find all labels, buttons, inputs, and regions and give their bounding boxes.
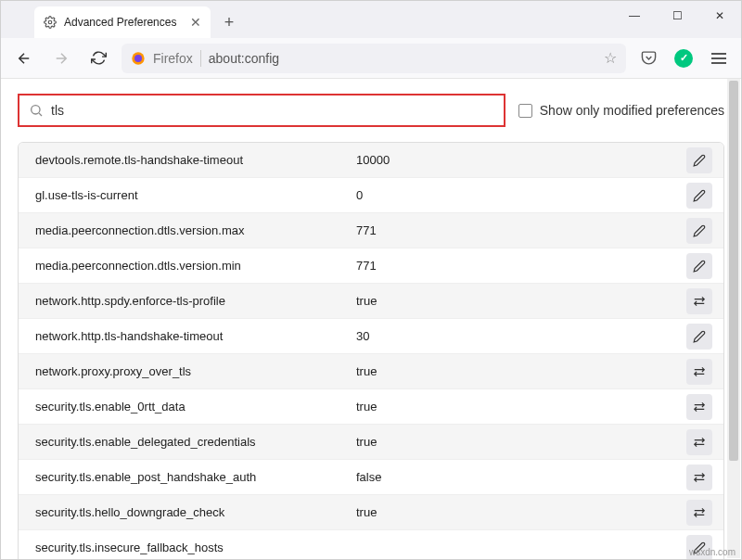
tab-close-icon[interactable]: ✕	[190, 15, 201, 30]
toggle-icon	[693, 365, 706, 378]
toggle-icon	[693, 471, 706, 484]
pref-row[interactable]: security.tls.enable_0rtt_datatrue	[19, 389, 723, 425]
pref-row[interactable]: network.http.tls-handshake-timeout30	[19, 319, 723, 354]
tab-title: Advanced Preferences	[64, 16, 176, 29]
preferences-list: devtools.remote.tls-handshake-timeout100…	[18, 142, 724, 560]
pref-name: network.proxy.proxy_over_tls	[35, 364, 356, 378]
watermark: wsxdn.com	[689, 547, 736, 557]
pref-value: true	[356, 294, 686, 308]
pref-value: 10000	[356, 153, 686, 167]
gear-icon	[44, 16, 57, 29]
pref-value: true	[356, 400, 686, 414]
toggle-button[interactable]	[686, 288, 712, 314]
firefox-icon	[131, 51, 146, 66]
maximize-button[interactable]: ☐	[656, 1, 698, 31]
pref-name: security.tls.enable_post_handshake_auth	[35, 470, 356, 484]
forward-button[interactable]	[47, 45, 75, 72]
pref-row[interactable]: devtools.remote.tls-handshake-timeout100…	[19, 143, 723, 178]
search-row: Show only modified preferences	[1, 79, 741, 138]
show-modified-checkbox[interactable]: Show only modified preferences	[518, 103, 724, 118]
scrollbar-thumb[interactable]	[729, 81, 738, 461]
browser-tab[interactable]: Advanced Preferences ✕	[34, 6, 211, 38]
url-context-label: Firefox	[153, 51, 193, 66]
pref-value: 771	[356, 259, 686, 273]
preference-search-input[interactable]	[51, 103, 494, 118]
pocket-icon[interactable]	[635, 45, 661, 71]
pref-row[interactable]: security.tls.hello_downgrade_checktrue	[19, 495, 723, 530]
search-icon	[29, 103, 44, 118]
toggle-button[interactable]	[686, 500, 712, 526]
url-address: about:config	[209, 51, 279, 66]
pref-row[interactable]: gl.use-tls-is-current0	[19, 178, 723, 213]
pref-value: true	[356, 364, 686, 378]
minimize-button[interactable]: ―	[613, 1, 656, 31]
toggle-icon	[693, 436, 706, 449]
svg-point-0	[48, 20, 52, 24]
pencil-icon	[693, 154, 706, 167]
show-modified-label: Show only modified preferences	[540, 103, 724, 118]
bookmark-star-icon[interactable]: ☆	[604, 49, 617, 67]
pref-name: security.tls.hello_downgrade_check	[35, 505, 356, 519]
toggle-icon	[693, 401, 706, 414]
menu-button[interactable]	[706, 45, 732, 71]
window-controls: ― ☐ ✕	[613, 1, 741, 31]
toolbar: Firefox about:config ☆ ✓	[1, 38, 741, 79]
pref-value: false	[356, 470, 686, 484]
toggle-button[interactable]	[686, 429, 712, 455]
svg-point-3	[32, 106, 40, 114]
pencil-icon	[693, 224, 706, 237]
edit-button[interactable]	[686, 324, 712, 350]
toggle-button[interactable]	[686, 465, 712, 490]
extension-icon[interactable]: ✓	[671, 45, 697, 71]
pencil-icon	[693, 330, 706, 343]
pref-row[interactable]: network.proxy.proxy_over_tlstrue	[19, 354, 723, 389]
titlebar: Advanced Preferences ✕ + ― ☐ ✕	[1, 1, 741, 38]
pref-name: security.tls.insecure_fallback_hosts	[35, 541, 356, 554]
url-separator	[200, 50, 201, 67]
scrollbar-track[interactable]	[727, 79, 740, 558]
svg-line-4	[39, 113, 42, 116]
pref-row[interactable]: security.tls.enable_post_handshake_authf…	[19, 460, 723, 495]
pref-value: 771	[356, 223, 686, 237]
toggle-icon	[693, 295, 706, 308]
checkbox-box	[518, 104, 532, 118]
pref-name: media.peerconnection.dtls.version.min	[35, 259, 356, 273]
pref-name: security.tls.enable_0rtt_data	[35, 400, 356, 414]
edit-button[interactable]	[686, 218, 712, 244]
pref-name: media.peerconnection.dtls.version.max	[35, 223, 356, 237]
pencil-icon	[693, 260, 706, 273]
preferences-scroll[interactable]: devtools.remote.tls-handshake-timeout100…	[19, 143, 723, 560]
url-bar[interactable]: Firefox about:config ☆	[122, 44, 626, 73]
pref-row[interactable]: security.tls.enable_delegated_credential…	[19, 425, 723, 460]
toggle-button[interactable]	[686, 359, 712, 385]
edit-button[interactable]	[686, 253, 712, 279]
pref-row[interactable]: media.peerconnection.dtls.version.max771	[19, 213, 723, 248]
pref-row[interactable]: media.peerconnection.dtls.version.min771	[19, 248, 723, 284]
close-button[interactable]: ✕	[698, 1, 741, 31]
reload-button[interactable]	[84, 45, 112, 72]
pref-name: security.tls.enable_delegated_credential…	[35, 435, 356, 449]
pref-row[interactable]: network.http.spdy.enforce-tls-profiletru…	[19, 284, 723, 319]
pref-value: true	[356, 505, 686, 519]
edit-button[interactable]	[686, 183, 712, 209]
new-tab-button[interactable]: +	[216, 9, 242, 35]
pref-name: gl.use-tls-is-current	[35, 188, 356, 202]
pref-name: devtools.remote.tls-handshake-timeout	[35, 153, 356, 167]
toggle-icon	[693, 506, 706, 519]
pref-name: network.http.spdy.enforce-tls-profile	[35, 294, 356, 308]
pref-row[interactable]: security.tls.insecure_fallback_hosts	[19, 530, 723, 560]
pref-value: 0	[356, 188, 686, 202]
preference-search-box[interactable]	[18, 94, 505, 127]
toggle-button[interactable]	[686, 394, 712, 420]
pref-value: true	[356, 435, 686, 449]
edit-button[interactable]	[686, 147, 712, 173]
pref-name: network.http.tls-handshake-timeout	[35, 329, 356, 343]
pencil-icon	[693, 189, 706, 202]
back-button[interactable]	[10, 45, 38, 72]
svg-point-2	[134, 55, 142, 62]
pref-value: 30	[356, 329, 686, 343]
